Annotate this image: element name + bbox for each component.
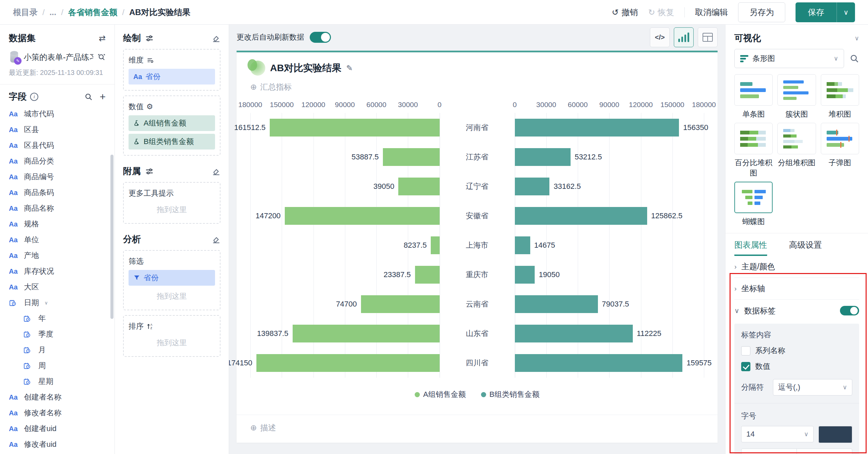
view-table-button[interactable] [698,27,718,47]
description-row[interactable]: ⊕ 描述 [237,415,718,443]
view-chart-button[interactable] [674,27,694,47]
chevron-down-icon[interactable]: ∨ [44,300,48,306]
breadcrumb-parent[interactable]: 各省销售金额 [68,7,117,18]
field-item[interactable]: 月 [9,342,106,358]
chart-type-option[interactable]: 堆积图 [821,74,859,119]
save-button[interactable]: 保存 [796,2,837,22]
series-name-checkbox[interactable] [741,346,750,355]
auto-refresh-toggle[interactable] [310,32,331,43]
field-item[interactable]: Aa大区 [9,279,106,295]
collapse-panel-icon[interactable]: ∨ [855,35,859,42]
bar-series-a[interactable] [361,295,440,313]
bar-series-b[interactable] [515,325,633,342]
dimension-chip[interactable]: Aa省份 [129,69,215,85]
value-dropzone[interactable]: 数值⚙ A组销售金额B组类销售金额 [123,95,221,156]
chart-type-option[interactable]: 百分比堆积图 [734,123,773,178]
chart-type-option[interactable]: 蝴蝶图 [734,182,773,227]
value-checkbox[interactable] [741,362,750,371]
data-label-toggle[interactable] [840,306,859,315]
clear-attach-icon[interactable] [212,167,221,176]
tab-chart-properties[interactable]: 图表属性 [734,239,767,256]
bar-series-a[interactable] [383,148,440,166]
preview-dataset-icon[interactable] [97,53,106,61]
bar-series-b[interactable] [515,178,550,195]
font-size-select[interactable]: 14 ∨ [741,426,814,442]
bar-series-b[interactable] [515,207,647,225]
breadcrumb-ellipsis[interactable]: ... [50,8,56,17]
section-data-label[interactable]: ∨ 数据标签 [734,300,859,322]
gear-icon[interactable]: ⚙ [146,102,153,111]
bar-series-b[interactable] [515,295,598,313]
save-dropdown-button[interactable]: ∨ [837,2,855,22]
dimension-dropzone[interactable]: 维度 Aa省份 [123,49,221,91]
switch-dataset-icon[interactable]: ⇄ [99,34,106,43]
bar-series-a[interactable] [398,178,439,195]
bold-button[interactable]: B [742,449,797,454]
summary-metric-row[interactable]: ⊕ 汇总指标 [250,82,704,92]
view-code-button[interactable]: </> [650,27,670,47]
filter-chip[interactable]: 省份 [129,270,215,286]
field-item[interactable]: Aa产地 [9,248,106,263]
field-item[interactable]: Aa库存状况 [9,263,106,279]
field-item[interactable]: Aa区县 [9,122,106,138]
section-axis[interactable]: › 坐标轴 [734,278,859,300]
search-chart-type-icon[interactable] [850,54,859,63]
add-field-icon[interactable]: + [99,92,106,102]
bar-series-b[interactable] [515,354,683,372]
chart-type-option[interactable]: 子弹图 [821,123,859,178]
series-name-checkbox-row[interactable]: 系列名称 [741,346,852,356]
value-chip[interactable]: B组类销售金额 [129,134,215,150]
field-item[interactable]: Aa修改者uid [9,437,106,452]
legend-item[interactable]: A组销售金额 [415,389,466,400]
clear-analysis-icon[interactable] [212,235,221,244]
chart-family-select[interactable]: 条形图 ∨ [734,49,844,68]
value-checkbox-row[interactable]: 数值 [741,361,852,372]
field-item[interactable]: Aa修改者名称 [9,405,106,421]
clear-draw-icon[interactable] [212,34,221,43]
tab-advanced-settings[interactable]: 高级设置 [789,239,822,256]
bar-series-a[interactable] [285,207,440,225]
field-item[interactable]: Aa创建者uid [9,421,106,437]
bar-series-b[interactable] [515,119,679,137]
bar-series-b[interactable] [515,266,535,284]
field-item[interactable]: 星期 [9,374,106,389]
cancel-edit-button[interactable]: 取消编辑 [695,7,728,18]
field-item[interactable]: Aa商品分类 [9,153,106,169]
separator-select[interactable]: 逗号(,) ∨ [773,379,852,395]
edit-title-icon[interactable]: ✎ [346,64,352,73]
dataset-item[interactable]: ✎ 小策的表单-产品练习... [9,51,106,63]
search-fields-icon[interactable] [84,93,93,101]
section-theme-color[interactable]: › 主题/颜色 [734,256,859,278]
field-item[interactable]: 年 [9,311,106,326]
bar-series-a[interactable] [256,354,440,372]
undo-button[interactable]: ↺撤销 [612,7,638,18]
sort-dropzone[interactable]: 排序 AZ 拖到这里 [123,315,221,357]
italic-button[interactable]: I [797,449,852,454]
field-item[interactable]: Aa商品条码 [9,185,106,200]
field-item[interactable]: 日期∨ [9,295,106,311]
field-item[interactable]: Aa城市代码 [9,106,106,122]
bar-series-a[interactable] [293,325,440,342]
legend-item[interactable]: B组类销售金额 [481,389,540,400]
save-as-button[interactable]: 另存为 [738,2,785,22]
bar-series-a[interactable] [415,266,440,284]
chart-type-option[interactable]: 簇状图 [777,74,816,119]
tooltip-dropzone[interactable]: 更多工具提示 拖到这里 [123,182,221,224]
font-color-swatch[interactable] [818,426,852,443]
bar-series-a[interactable] [270,119,440,137]
field-item[interactable]: Aa商品编号 [9,169,106,185]
breadcrumb-root[interactable]: 根目录 [13,7,38,18]
chart-type-option[interactable]: 分组堆积图 [777,123,816,178]
bar-series-b[interactable] [515,148,571,166]
field-item[interactable]: Aa商品名称 [9,200,106,216]
value-chip[interactable]: A组销售金额 [129,115,215,131]
filter-dropzone[interactable]: 筛选 省份 拖到这里 [123,250,221,310]
redo-button[interactable]: ↻恢复 [648,7,674,18]
chart-type-option[interactable]: 单条图 [734,74,773,119]
field-item[interactable]: 周 [9,358,106,374]
bar-series-a[interactable] [431,236,439,254]
bar-series-b[interactable] [515,236,530,254]
field-item[interactable]: Aa区县代码 [9,138,106,153]
field-item[interactable]: 季度 [9,326,106,342]
field-item[interactable]: Aa规格 [9,216,106,232]
